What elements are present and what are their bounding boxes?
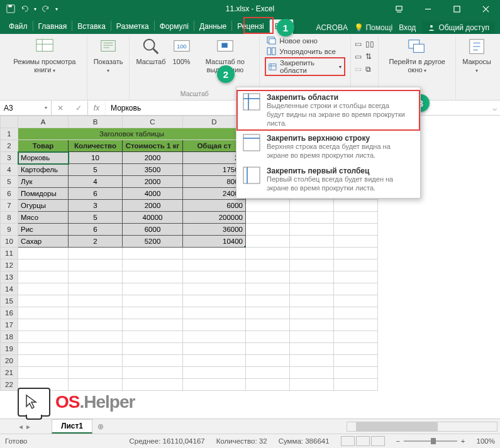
page-layout-view-icon[interactable]	[356, 436, 370, 446]
table-header[interactable]: Товар	[18, 140, 69, 152]
table-header[interactable]: Стоимость 1 кг	[123, 140, 183, 152]
tab-file[interactable]: Файл	[4, 19, 33, 34]
row-header[interactable]: 14	[1, 283, 18, 295]
sign-in[interactable]: Вход	[399, 23, 416, 32]
cell[interactable]: 5200	[123, 236, 183, 248]
page-break-view-icon[interactable]	[371, 436, 385, 446]
name-box[interactable]: A3	[0, 101, 52, 115]
maximize-button[interactable]	[442, 0, 471, 18]
cell[interactable]: 2	[69, 236, 123, 248]
row-header[interactable]: 9	[1, 224, 18, 236]
reset-pos-icon[interactable]: ⧉	[365, 65, 374, 74]
tab-layout[interactable]: Разметка	[111, 19, 154, 34]
row-header[interactable]: 4	[1, 164, 18, 176]
cell[interactable]: 40000	[123, 212, 183, 224]
close-button[interactable]	[471, 0, 500, 18]
row-header[interactable]: 1	[1, 128, 18, 140]
switch-windows-button[interactable]: Перейти в другое окно	[384, 36, 450, 75]
row-header[interactable]: 15	[1, 295, 18, 307]
row-header[interactable]: 20	[1, 355, 18, 367]
cell[interactable]: 2000	[123, 176, 183, 188]
enter-formula-icon[interactable]: ✓	[75, 104, 82, 112]
tab-home[interactable]: Главная	[33, 19, 72, 34]
add-sheet-button[interactable]: ⊕	[94, 422, 108, 431]
undo-dropdown[interactable]: ▾	[34, 6, 36, 12]
cell[interactable]: 2000	[123, 152, 183, 164]
show-button[interactable]: Показать	[92, 36, 125, 75]
view-modes-button[interactable]: Режимы просмотра книги	[8, 36, 82, 75]
split-icon[interactable]: ▭	[355, 40, 362, 48]
row-header[interactable]: 18	[1, 331, 18, 343]
zoom-level[interactable]: 100%	[477, 437, 495, 445]
cell[interactable]: 6000	[183, 200, 246, 212]
fx-icon[interactable]: fx	[88, 101, 106, 115]
save-icon[interactable]	[6, 4, 15, 13]
hundred-percent-button[interactable]: 100 100%	[171, 36, 192, 67]
col-header[interactable]: C	[123, 116, 183, 128]
freeze-panes-button[interactable]: Закрепить области▾	[265, 57, 345, 76]
zoom-slider[interactable]: −+	[396, 437, 465, 445]
col-header[interactable]: B	[69, 116, 123, 128]
select-all-corner[interactable]	[1, 116, 18, 128]
row-header[interactable]: 6	[1, 188, 18, 200]
cell[interactable]: 200000	[183, 212, 246, 224]
col-header[interactable]: A	[18, 116, 69, 128]
cell[interactable]: 6	[69, 224, 123, 236]
sheet-nav-next[interactable]: ▸	[26, 422, 30, 431]
cell[interactable]: 6	[69, 188, 123, 200]
tab-insert[interactable]: Вставка	[72, 19, 111, 34]
row-header[interactable]: 21	[1, 367, 18, 379]
new-window-button[interactable]: Новое окно	[265, 36, 345, 45]
sheet-nav-prev[interactable]: ◂	[19, 422, 23, 431]
tab-acroba[interactable]: ACROBA	[316, 23, 348, 32]
cell[interactable]: 36000	[183, 224, 246, 236]
cell[interactable]: 6000	[123, 224, 183, 236]
freeze-top-row-option[interactable]: Закрепить верхнюю строкуВерхняя строка в…	[236, 131, 420, 163]
horizontal-scrollbar[interactable]	[347, 422, 497, 432]
row-header[interactable]: 19	[1, 343, 18, 355]
tab-formulas[interactable]: Формулі	[155, 19, 194, 34]
cell[interactable]: 10	[69, 152, 123, 164]
minimize-button[interactable]	[413, 0, 442, 18]
row-header[interactable]: 2	[1, 140, 18, 152]
share-button[interactable]: Общий доступ	[422, 21, 495, 34]
freeze-panes-option[interactable]: Закрепить областиВыделенные строки и сто…	[236, 90, 420, 131]
normal-view-icon[interactable]	[341, 436, 355, 446]
row-header[interactable]: 12	[1, 260, 18, 271]
cell[interactable]: Сахар	[18, 236, 69, 248]
cell[interactable]: 5	[69, 164, 123, 176]
cell[interactable]: 2000	[123, 200, 183, 212]
row-header[interactable]: 7	[1, 200, 18, 212]
redo-icon[interactable]	[42, 4, 50, 13]
unhide-icon[interactable]: ▭	[355, 65, 362, 74]
row-header[interactable]: 17	[1, 319, 18, 331]
cell[interactable]: Огурцы	[18, 200, 69, 212]
cell[interactable]: 3500	[123, 164, 183, 176]
cell[interactable]: 3	[69, 200, 123, 212]
table-title[interactable]: Заголовок таблицы	[18, 128, 246, 140]
formula-expand-icon[interactable]: ⌵	[489, 101, 500, 115]
cell[interactable]: Рис	[18, 224, 69, 236]
cell[interactable]: 5	[69, 212, 123, 224]
cancel-formula-icon[interactable]: ✕	[57, 104, 64, 112]
row-header[interactable]: 8	[1, 212, 18, 224]
customize-qat-icon[interactable]: ▾	[55, 6, 58, 12]
macros-button[interactable]: Макросы	[461, 36, 492, 75]
zoom-button[interactable]: Масштаб	[135, 36, 167, 67]
row-header[interactable]: 13	[1, 271, 18, 283]
hide-icon[interactable]: ▭	[355, 52, 362, 61]
cell[interactable]: Лук	[18, 176, 69, 188]
table-header[interactable]: Количество	[69, 140, 123, 152]
cell[interactable]: 4	[69, 176, 123, 188]
view-side-icon[interactable]: ▯▯	[365, 40, 374, 48]
cell[interactable]: Картофель	[18, 164, 69, 176]
row-header[interactable]: 5	[1, 176, 18, 188]
cell[interactable]: Помидоры	[18, 188, 69, 200]
sync-scroll-icon[interactable]: ⇅	[365, 52, 374, 61]
row-header[interactable]: 22	[1, 379, 18, 391]
undo-icon[interactable]	[20, 4, 29, 13]
cell[interactable]: Морковь	[18, 152, 69, 164]
tab-help[interactable]: 💡 Помощі	[354, 23, 392, 32]
cell[interactable]: 10400	[183, 236, 246, 248]
freeze-first-col-option[interactable]: Закрепить первый столбецПервый столбец в…	[236, 163, 420, 196]
